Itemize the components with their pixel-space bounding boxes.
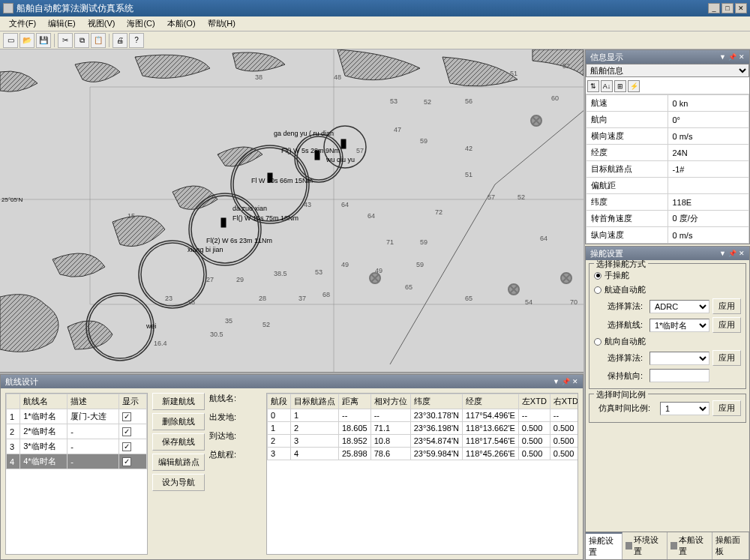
panel-close-icon[interactable]: ✕ <box>572 378 578 385</box>
apply-time-button[interactable]: 应用 <box>712 400 741 416</box>
col-lat: 纬度 <box>410 394 462 409</box>
radio-manual[interactable]: 手操舵 <box>594 268 741 283</box>
col-lxtd: 左XTD <box>518 394 550 409</box>
info-sort-icon[interactable]: ⇅ <box>587 80 599 92</box>
col-route-name: 航线名 <box>20 394 68 409</box>
toolbar-separator <box>109 34 110 47</box>
apply-track-algo-button[interactable]: 应用 <box>712 298 741 314</box>
track-route-dropdown[interactable]: 1*临时名 <box>650 319 710 332</box>
show-checkbox[interactable]: ✓ <box>122 457 131 466</box>
tab-helm[interactable]: 操船面板 <box>712 532 749 559</box>
svg-text:59: 59 <box>416 261 424 268</box>
menu-edit[interactable]: 编辑(E) <box>42 16 82 31</box>
delete-route-button[interactable]: 删除航线 <box>152 413 205 430</box>
route-list-row[interactable]: 33*临时名-✓ <box>7 439 147 454</box>
radio-track-auto[interactable]: 航迹自动舵 <box>594 283 741 297</box>
info-type-dropdown[interactable]: 船舶信息 <box>586 64 749 77</box>
menu-help[interactable]: 帮助(H) <box>202 16 242 31</box>
app-icon <box>3 3 14 13</box>
menu-chart[interactable]: 海图(C) <box>121 16 160 31</box>
toolbar-help-icon[interactable]: ? <box>129 33 144 48</box>
panel-pin-icon[interactable]: 📌 <box>728 250 736 257</box>
svg-text:wei: wei <box>146 322 157 330</box>
panel-close-icon[interactable]: ✕ <box>739 53 745 61</box>
toolbar-open-icon[interactable]: 📂 <box>20 33 34 48</box>
info-flash-icon[interactable]: ⚡ <box>628 80 640 92</box>
svg-text:52: 52 <box>562 62 570 70</box>
svg-text:70: 70 <box>570 298 578 306</box>
close-button[interactable]: ✕ <box>735 3 747 13</box>
panel-pin-icon[interactable]: 📌 <box>562 378 570 385</box>
route-list: 航线名 描述 显示 11*临时名厦门-大连✓22*临时名-✓33*临时名-✓44… <box>5 393 148 555</box>
panel-pin-icon[interactable]: ▼ <box>719 53 726 61</box>
chart-svg: ga deng yu ( ru dian Fl() W 5s 28m 9Nm w… <box>0 49 584 372</box>
radio-heading-auto[interactable]: 航向自动舵 <box>594 334 741 349</box>
col-rxtd: 右XTD <box>550 394 578 409</box>
edit-waypoint-button[interactable]: 编辑航路点 <box>152 454 205 471</box>
toolbar-print-icon[interactable]: 🖨 <box>112 33 128 48</box>
new-route-button[interactable]: 新建航线 <box>152 393 205 410</box>
toolbar-new-icon[interactable]: ▭ <box>3 33 18 48</box>
svg-text:52: 52 <box>262 321 270 328</box>
info-group-icon[interactable]: ⊞ <box>614 80 626 92</box>
title-bar: 船舶自动舵算法测试仿真系统 _ □ ✕ <box>0 0 750 16</box>
svg-text:15: 15 <box>128 212 135 220</box>
apply-track-route-button[interactable]: 应用 <box>712 317 741 333</box>
info-sort-az-icon[interactable]: A↓ <box>601 80 613 92</box>
svg-text:wu qiu yu: wu qiu yu <box>326 156 355 163</box>
radio-icon <box>594 338 602 346</box>
minimize-button[interactable]: _ <box>708 3 720 13</box>
toolbar-paste-icon[interactable]: 📋 <box>91 33 106 48</box>
svg-text:49: 49 <box>375 267 382 274</box>
show-checkbox[interactable]: ✓ <box>122 442 131 451</box>
toolbar-separator <box>54 34 55 47</box>
svg-text:57: 57 <box>356 147 364 154</box>
route-list-row[interactable]: 22*临时名-✓ <box>7 424 147 439</box>
svg-text:37: 37 <box>298 295 306 302</box>
env-icon <box>626 542 632 550</box>
keep-heading-input[interactable] <box>650 369 710 382</box>
tab-steering[interactable]: 操舵设置 <box>586 532 622 559</box>
group-time-ratio: 选择时间比例 <box>594 389 648 400</box>
toolbar-copy-icon[interactable]: ⧉ <box>74 33 89 48</box>
menu-file[interactable]: 文件(F) <box>3 16 42 31</box>
maximize-button[interactable]: □ <box>722 3 734 13</box>
segment-row[interactable]: 3425.89878.623°59.984'N118°45.266'E0.500… <box>268 448 579 460</box>
time-ratio-dropdown[interactable]: 1 <box>660 402 710 415</box>
heading-algo-dropdown[interactable] <box>650 352 710 365</box>
show-checkbox[interactable]: ✓ <box>122 427 131 436</box>
app-title: 船舶自动舵算法测试仿真系统 <box>16 2 708 15</box>
tab-own-ship[interactable]: 本船设置 <box>668 532 712 559</box>
nautical-chart-view[interactable]: ga deng yu ( ru dian Fl() W 5s 28m 9Nm w… <box>0 49 584 373</box>
panel-close-icon[interactable]: ✕ <box>739 250 745 257</box>
group-steer-mode: 选择操舵方式 <box>594 260 648 270</box>
info-display-panel: 信息显示 ▼ 📌 ✕ 船舶信息 ⇅ A↓ ⊞ ⚡ 航速0 kn航向0°横向速度0… <box>585 49 750 244</box>
info-row: 转首角速度0 度/分 <box>586 211 749 227</box>
toolbar-cut-icon[interactable]: ✂ <box>58 33 73 48</box>
svg-text:ga deng yu ( ru dian: ga deng yu ( ru dian <box>274 130 334 137</box>
svg-text:72: 72 <box>435 208 442 216</box>
svg-text:59: 59 <box>420 137 428 145</box>
route-list-row[interactable]: 44*临时名-✓ <box>7 454 147 469</box>
svg-text:60: 60 <box>551 94 559 102</box>
svg-text:Fl(2) W 6s 23m 11Nm: Fl(2) W 6s 23m 11Nm <box>206 237 272 244</box>
set-nav-button[interactable]: 设为导航 <box>152 474 205 491</box>
save-route-button[interactable]: 保存航线 <box>152 433 205 451</box>
panel-pin-icon[interactable]: ▼ <box>553 378 560 385</box>
segment-row[interactable]: 1218.60571.123°36.198'N118°13.662'E0.500… <box>268 422 579 435</box>
show-checkbox[interactable]: ✓ <box>122 412 131 421</box>
apply-heading-algo-button[interactable]: 应用 <box>712 350 741 366</box>
segment-row[interactable]: 01----23°30.178'N117°54.496'E---- <box>268 409 579 422</box>
route-list-row[interactable]: 11*临时名厦门-大连✓ <box>7 409 147 424</box>
track-algo-dropdown[interactable]: ADRC <box>650 300 710 313</box>
route-design-panel: 航线设计 ▼ 📌 ✕ 航线名 描述 显 <box>0 374 584 560</box>
toolbar-save-icon[interactable]: 💾 <box>36 33 51 48</box>
panel-pin-icon[interactable]: ▼ <box>719 250 726 257</box>
segment-row[interactable]: 2318.95210.823°54.874'N118°17.546'E0.500… <box>268 435 579 448</box>
menu-view[interactable]: 视图(V) <box>82 16 122 31</box>
col-lon: 经度 <box>462 394 518 409</box>
menu-own[interactable]: 本船(O) <box>161 16 202 31</box>
info-row: 纵向速度0 m/s <box>586 227 749 244</box>
panel-pin-icon[interactable]: 📌 <box>728 53 736 61</box>
tab-environment[interactable]: 环境设置 <box>622 532 668 559</box>
